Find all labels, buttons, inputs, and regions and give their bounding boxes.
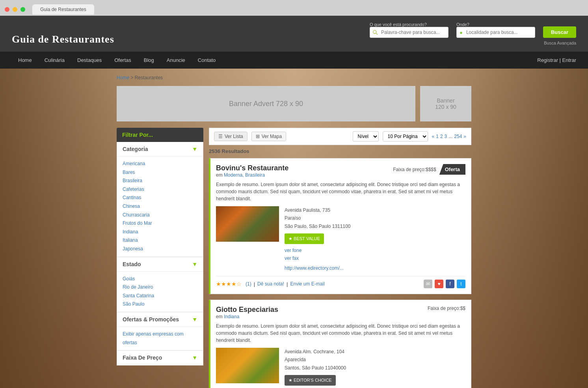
sidebar-section-categoria: Categoria ▼ Americana Bares Brasileira C…: [117, 142, 203, 257]
nav-ofertas[interactable]: Ofertas: [108, 52, 138, 69]
minimize-button[interactable]: [13, 7, 17, 12]
listing-1-desc: Exemplo de resumo. Lorem ipsum dolor sit…: [216, 181, 465, 202]
listing-1-title[interactable]: Bovinu's Restaurante: [216, 164, 288, 172]
listing-2-cat-link[interactable]: Indiana: [224, 314, 239, 319]
search-area: O que você está procurando? Onde? ● Busc…: [370, 22, 576, 45]
search-where-input[interactable]: [456, 27, 535, 38]
listing-2-header: Giotto Especiarias em Indiana Faixa de p…: [216, 306, 465, 319]
sidebar-section-faixa: Faixa De Preço ▼: [117, 351, 203, 366]
cat-cantinas[interactable]: Cantinas: [123, 194, 197, 202]
list-icon: ☰: [218, 134, 223, 139]
cat-cafeterias[interactable]: Cafeterias: [123, 185, 197, 194]
cat-chinesa[interactable]: Chinesa: [123, 202, 197, 211]
listing-1-details: Avenida Paulista, 735 Paraíso São Paulo,…: [216, 206, 465, 272]
page-body: Home > Restaurantes Banner Advert 728 x …: [0, 69, 588, 388]
listing-1-rating-count: (1): [246, 281, 251, 287]
cat-bares[interactable]: Bares: [123, 168, 197, 177]
sidebar-ofertas-label: Ofertas & Promoções: [123, 316, 179, 323]
maximize-button[interactable]: [20, 7, 25, 12]
nav-destaques[interactable]: Destaques: [71, 52, 108, 69]
estado-goias[interactable]: Goiás: [123, 275, 197, 284]
busca-avancada-link[interactable]: Busca Avançada: [544, 41, 576, 45]
per-page-select[interactable]: 10 Por Página: [383, 131, 428, 142]
breadcrumb-home[interactable]: Home: [117, 75, 129, 80]
cat-frutos-do-mar[interactable]: Frutos do Mar: [123, 219, 197, 228]
listing-1-fax[interactable]: ver fax: [285, 256, 299, 261]
sidebar-ofertas-header[interactable]: Ofertas & Promoções ▼: [117, 312, 203, 327]
nav-anuncie[interactable]: Anuncie: [160, 52, 192, 69]
close-button[interactable]: [5, 7, 9, 12]
filter-header[interactable]: Filtrar Por...: [117, 128, 203, 142]
listing-2-title[interactable]: Giotto Especiarias: [216, 306, 278, 314]
listing-1-rate-link[interactable]: Dê sua nota!: [257, 281, 284, 287]
pagination-prev[interactable]: «: [432, 134, 435, 139]
site-title: Guia de Restaurantes: [12, 34, 114, 45]
listing-1-email-link[interactable]: Envie um E-mail: [290, 281, 325, 287]
ofertas-arrow-icon: ▼: [192, 316, 197, 323]
listing-2-addr2: Aparecida: [285, 356, 465, 364]
estado-rio[interactable]: Rio de Janeiro: [123, 283, 197, 292]
view-list-button[interactable]: ☰ Ver Lista: [214, 132, 247, 141]
pagination-254[interactable]: 254: [454, 134, 462, 139]
nav-home[interactable]: Home: [12, 52, 38, 69]
view-map-label: Ver Mapa: [262, 134, 282, 139]
heart-icon[interactable]: ♥: [435, 280, 443, 288]
pagination-next[interactable]: »: [463, 134, 466, 139]
search-what-label: O que você está procurando?: [370, 22, 448, 27]
listing-1-cat-link[interactable]: Moderna, Brasileira: [224, 172, 265, 178]
main-layout: Filtrar Por... Categoria ▼ Americana Bar…: [117, 128, 471, 388]
sidebar-estado-header[interactable]: Estado ▼: [117, 257, 203, 272]
sidebar-categoria-label: Categoria: [123, 146, 148, 152]
view-map-button[interactable]: ⊞ Ver Mapa: [251, 132, 286, 141]
nav-blog[interactable]: Blog: [138, 52, 160, 69]
banner-wide[interactable]: Banner Advert 728 x 90: [117, 86, 415, 121]
pagination-2[interactable]: 2: [440, 134, 443, 139]
sort-select[interactable]: Nível: [353, 131, 379, 142]
pagination-3[interactable]: 3: [445, 134, 447, 139]
content-area: Home > Restaurantes Banner Advert 728 x …: [117, 69, 471, 388]
twitter-icon[interactable]: t: [457, 280, 465, 288]
listing-2-image: [216, 348, 279, 383]
categoria-list: Americana Bares Brasileira Cafeterias Ca…: [117, 157, 203, 257]
sidebar-faixa-header[interactable]: Faixa De Preço ▼: [117, 351, 203, 365]
nav-contato[interactable]: Contato: [192, 52, 222, 69]
breadcrumb-current: Restaurantes: [135, 75, 163, 80]
browser-tab[interactable]: Guia de Restaurantes: [32, 4, 94, 15]
estado-sao-paulo[interactable]: São Paulo: [123, 300, 197, 309]
facebook-icon[interactable]: f: [446, 280, 454, 288]
buscar-button[interactable]: Buscar: [543, 26, 576, 38]
listing-2-address: Avenida Alm. Cochrane, 104 Aparecida San…: [285, 348, 465, 388]
map-icon: ⊞: [256, 134, 260, 139]
nav-culinaria[interactable]: Culinária: [38, 52, 71, 69]
listing-1-website[interactable]: http://www.edirectory.com/...: [285, 265, 344, 271]
cat-italiana[interactable]: Italiana: [123, 236, 197, 245]
sidebar-section-estado: Estado ▼ Goiás Rio de Janeiro Santa Cata…: [117, 257, 203, 312]
pagination-1[interactable]: 1: [436, 134, 439, 139]
listing-1-phone[interactable]: ver fone: [285, 248, 301, 253]
pagination-ellipsis: ...: [448, 134, 452, 139]
listing-2-addr1: Avenida Alm. Cochrane, 104: [285, 348, 465, 356]
estado-santa-catarina[interactable]: Santa Catarina: [123, 292, 197, 300]
sidebar-categoria-header[interactable]: Categoria ▼: [117, 142, 203, 157]
listing-1-category: em Moderna, Brasileira: [216, 172, 288, 178]
best-value-badge: ★ BEST VALUE: [285, 233, 324, 244]
location-icon: ●: [460, 30, 463, 35]
email-icon[interactable]: ✉: [424, 280, 432, 288]
listing-card-2: Giotto Especiarias em Indiana Faixa de p…: [209, 300, 471, 388]
nav-auth[interactable]: Registrar | Entrar: [537, 57, 576, 63]
listing-1-price-label: Faixa de preço:: [393, 167, 426, 172]
results-count: 2536 Resultados: [209, 148, 471, 154]
listing-2-category: em Indiana: [216, 314, 278, 319]
listing-1-price-value: $$$$: [426, 167, 436, 172]
cat-japonesa[interactable]: Japonesa: [123, 245, 197, 254]
cat-americana[interactable]: Americana: [123, 160, 197, 168]
listing-2-price-value: $$: [460, 306, 465, 311]
listing-1-header: Bovinu's Restaurante em Moderna, Brasile…: [216, 164, 465, 178]
cat-brasileira[interactable]: Brasileira: [123, 177, 197, 185]
ofertas-checkbox[interactable]: Exibir apenas empresas com ofertas: [123, 330, 197, 347]
cat-churrascaria[interactable]: Churrascaria: [123, 211, 197, 220]
search-what-input[interactable]: [370, 27, 448, 38]
listing-2-cat-prefix: em: [216, 314, 224, 319]
cat-indiana[interactable]: Indiana: [123, 228, 197, 237]
banner-small[interactable]: Banner120 x 90: [420, 86, 471, 121]
